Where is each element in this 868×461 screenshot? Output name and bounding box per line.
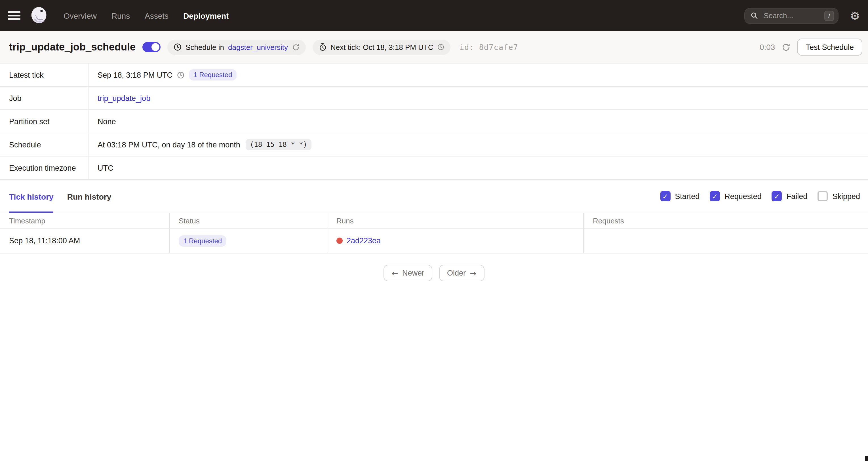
search-shortcut-key: / xyxy=(824,10,834,21)
checkbox-started[interactable]: ✓ xyxy=(660,191,670,201)
filter-started[interactable]: ✓ Started xyxy=(660,191,700,201)
reload-location-icon[interactable] xyxy=(292,43,299,51)
stopwatch-icon xyxy=(318,43,327,51)
check-icon: ✓ xyxy=(712,192,718,200)
hamburger-menu-icon[interactable] xyxy=(8,11,21,20)
schedule-location-prefix: Schedule in xyxy=(186,43,224,51)
check-icon: ✓ xyxy=(662,192,668,200)
code-location-link[interactable]: dagster_university xyxy=(228,43,288,51)
pagination: ← Newer Older → xyxy=(0,265,868,281)
nav-item-assets[interactable]: Assets xyxy=(145,11,168,20)
search-input[interactable] xyxy=(763,11,820,21)
newer-button[interactable]: ← Newer xyxy=(384,265,433,281)
detail-label: Partition set xyxy=(0,110,89,133)
run-id-link[interactable]: 2ad223ea xyxy=(347,236,381,245)
app-root: Overview Runs Assets Deployment / ⚙ trip… xyxy=(0,0,868,461)
gear-icon[interactable]: ⚙ xyxy=(850,10,860,21)
nav-item-runs[interactable]: Runs xyxy=(112,11,130,20)
nav-item-deployment[interactable]: Deployment xyxy=(183,11,229,20)
arrow-left-icon: ← xyxy=(392,268,398,277)
filter-label: Started xyxy=(675,192,700,200)
header-actions: 0:03 Test Schedule xyxy=(760,39,862,56)
older-button-label: Older xyxy=(447,269,466,277)
filter-label: Requested xyxy=(724,192,762,200)
partition-set-value: None xyxy=(98,117,116,126)
detail-label: Schedule xyxy=(0,133,89,156)
schedule-enabled-toggle[interactable] xyxy=(143,42,160,52)
filter-label: Failed xyxy=(786,192,808,200)
detail-row-job: Job trip_update_job xyxy=(0,87,868,110)
timezone-clock-icon xyxy=(437,44,444,51)
schedule-description: At 03:18 PM UTC, on day 18 of the month xyxy=(98,140,240,149)
clock-icon xyxy=(177,71,184,78)
page-title: trip_update_job_schedule xyxy=(9,41,135,53)
history-tabs: Tick history Run history xyxy=(9,180,111,212)
table-row: Sep 18, 11:18:00 AM 1 Requested 2ad223ea xyxy=(0,229,868,254)
checkbox-requested[interactable]: ✓ xyxy=(710,191,720,201)
history-tabs-row: Tick history Run history ✓ Started ✓ Req… xyxy=(0,180,868,212)
filter-skipped[interactable]: ✓ Skipped xyxy=(817,191,860,201)
dagster-logo-icon[interactable] xyxy=(30,6,49,25)
table-header: Timestamp Status Runs Requests xyxy=(0,213,868,229)
nav-links: Overview Runs Assets Deployment xyxy=(64,11,229,20)
detail-label: Latest tick xyxy=(0,64,89,86)
clock-icon xyxy=(174,43,182,51)
detail-row-schedule: Schedule At 03:18 PM UTC, on day 18 of t… xyxy=(0,133,868,157)
tab-run-history[interactable]: Run history xyxy=(67,180,112,212)
scrollbar-corner-mark xyxy=(865,456,868,461)
status-badge: 1 Requested xyxy=(179,235,226,246)
arrow-right-icon: → xyxy=(470,268,476,277)
search-icon xyxy=(750,12,758,19)
newer-button-label: Newer xyxy=(402,269,424,277)
cell-timestamp: Sep 18, 11:18:00 AM xyxy=(0,229,169,253)
column-header-timestamp: Timestamp xyxy=(0,213,169,228)
filter-failed[interactable]: ✓ Failed xyxy=(772,191,808,201)
detail-row-partition-set: Partition set None xyxy=(0,110,868,133)
schedule-details: Latest tick Sep 18, 3:18 PM UTC 1 Reques… xyxy=(0,64,868,180)
refresh-countdown: 0:03 xyxy=(760,42,775,52)
search-box[interactable]: / xyxy=(744,8,838,24)
status-filters: ✓ Started ✓ Requested ✓ Failed ✓ Skipped xyxy=(660,180,860,212)
next-tick-text: Next tick: Oct 18, 3:18 PM UTC xyxy=(331,43,433,51)
column-header-status: Status xyxy=(169,213,327,228)
tick-history-table: Timestamp Status Runs Requests Sep 18, 1… xyxy=(0,212,868,254)
filter-label: Skipped xyxy=(832,192,860,200)
filter-requested[interactable]: ✓ Requested xyxy=(710,191,762,201)
detail-row-execution-timezone: Execution timezone UTC xyxy=(0,157,868,180)
schedule-id: id: 8d7cafe7 xyxy=(460,42,518,52)
schedule-header: trip_update_job_schedule Schedule in dag… xyxy=(0,31,868,64)
cron-expression: (18 15 18 * *) xyxy=(246,139,311,150)
refresh-icon[interactable] xyxy=(782,43,790,51)
latest-tick-value: Sep 18, 3:18 PM UTC xyxy=(98,71,173,79)
detail-label: Execution timezone xyxy=(0,157,89,179)
detail-row-latest-tick: Latest tick Sep 18, 3:18 PM UTC 1 Reques… xyxy=(0,64,868,87)
execution-timezone-value: UTC xyxy=(98,164,114,172)
detail-label: Job xyxy=(0,87,89,109)
test-schedule-button[interactable]: Test Schedule xyxy=(797,39,862,56)
checkbox-failed[interactable]: ✓ xyxy=(772,191,782,201)
older-button[interactable]: Older → xyxy=(439,265,485,281)
nav-item-overview[interactable]: Overview xyxy=(64,11,97,20)
schedule-location-tag: Schedule in dagster_university xyxy=(167,39,306,55)
run-status-dot-icon xyxy=(336,238,343,244)
next-tick-tag: Next tick: Oct 18, 3:18 PM UTC xyxy=(312,39,451,55)
top-nav-bar: Overview Runs Assets Deployment / ⚙ xyxy=(0,0,868,31)
checkbox-skipped[interactable]: ✓ xyxy=(817,191,828,201)
column-header-runs: Runs xyxy=(327,213,583,228)
requested-badge: 1 Requested xyxy=(189,69,237,80)
tab-tick-history[interactable]: Tick history xyxy=(9,180,54,212)
cell-requests xyxy=(583,229,868,253)
check-icon: ✓ xyxy=(774,192,780,200)
job-link[interactable]: trip_update_job xyxy=(98,94,150,102)
column-header-requests: Requests xyxy=(583,213,868,228)
